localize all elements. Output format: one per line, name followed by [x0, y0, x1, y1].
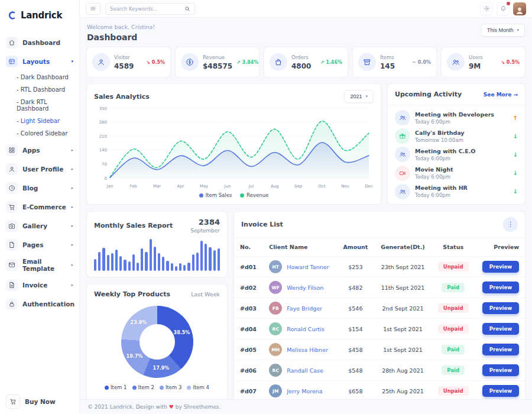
client-name-link[interactable]: Wendy Filson — [287, 284, 323, 291]
bar — [141, 248, 143, 271]
hamburger-menu-button[interactable] — [86, 3, 100, 15]
sidebar: Landrick Dashboard Layouts ▾ - Dark Dash… — [0, 0, 80, 414]
cart-icon — [6, 201, 18, 213]
user-icon — [6, 163, 18, 175]
invoice-number: #d07 — [234, 381, 263, 400]
client-name-link[interactable]: Melissa Hibner — [287, 347, 328, 353]
buy-now-button[interactable]: Buy Now — [0, 389, 79, 414]
preview-button[interactable]: Preview — [482, 302, 519, 314]
invoice-number: #d01 — [234, 257, 263, 277]
notifications-button[interactable] — [497, 2, 510, 15]
invoice-menu-button[interactable]: ⋮ — [503, 217, 518, 232]
client-name-link[interactable]: Faye Bridger — [287, 305, 322, 312]
weekly-top-products-panel: Weekly Top Products Last Week 38.5%17.9%… — [87, 284, 227, 399]
preview-button[interactable]: Preview — [482, 323, 519, 335]
person-icon — [515, 6, 524, 15]
sidebar-item-apps[interactable]: Apps ▸ — [0, 141, 79, 160]
bag-icon — [270, 53, 287, 71]
bar — [187, 263, 190, 271]
preview-button[interactable]: Preview — [482, 261, 519, 273]
sidebar-item-authentication[interactable]: Authentication ▸ — [0, 295, 79, 313]
sidebar-subitem-dark-rtl-dashboard[interactable]: - Dark RTL Dashboard — [0, 96, 79, 115]
activity-item[interactable]: Movie Night Today 6:00pm ↓ — [395, 166, 518, 181]
preview-button[interactable]: Preview — [482, 385, 519, 397]
svg-text:Mar: Mar — [153, 184, 161, 189]
bar — [115, 250, 118, 271]
sidebar-subitem-colored-sidebar[interactable]: - Colored Sidebar — [0, 127, 79, 140]
stat-card-revenue: Revenue $48575 ↗ 3.84% — [176, 47, 259, 77]
logo[interactable]: Landrick — [0, 0, 79, 31]
stat-card-users: Users 9M ↘ 0.5% — [442, 47, 525, 77]
greeting-text: Welcome back, Cristina! — [87, 24, 155, 30]
sidebar-item-pages[interactable]: Pages ▸ — [0, 235, 79, 254]
chevron-down-icon: ▾ — [517, 28, 519, 33]
bar — [111, 253, 113, 271]
stat-delta: ~ 0.0% — [412, 60, 431, 65]
sidebar-item-email-template[interactable]: Email Template ▸ — [0, 254, 79, 276]
sidebar-subitem-rtl-dashboard[interactable]: - RTL Dashboard — [0, 83, 79, 96]
dashboard-content: Welcome back, Cristina! Dashboard This M… — [80, 18, 532, 399]
client-avatar: MH — [269, 343, 282, 356]
chevron-right-icon: ▸ — [71, 263, 73, 267]
mail-icon — [6, 259, 18, 271]
client-name-link[interactable]: Jerry Morena — [287, 388, 322, 394]
sidebar-subitem-light-sidebar[interactable]: - Light Sidebar — [0, 115, 79, 127]
activity-item[interactable]: Meeting with C.E.O Today 6:00pm ↓ — [395, 147, 518, 162]
month-selector-dropdown[interactable]: This Month ▾ — [481, 24, 525, 37]
activity-item[interactable]: Meeting with Developers Today 6:00pm ↑ — [395, 110, 518, 125]
search-icon — [184, 6, 190, 12]
sidebar-subitem-dark-dashboard[interactable]: - Dark Dashboard — [0, 71, 79, 83]
layout-icon — [6, 56, 18, 67]
preview-button[interactable]: Preview — [482, 282, 519, 293]
client-name-link[interactable]: Ronald Curtis — [287, 326, 324, 332]
sidebar-item-dashboard[interactable]: Dashboard — [0, 33, 79, 52]
preview-button[interactable]: Preview — [482, 364, 519, 376]
see-more-link[interactable]: See More → — [484, 92, 518, 98]
stat-label: Users — [469, 54, 483, 60]
monthly-sales-period: September — [190, 228, 220, 234]
search-input[interactable] — [110, 6, 182, 12]
client-name-link[interactable]: Randall Case — [287, 367, 323, 374]
sidebar-item-layouts[interactable]: Layouts ▾ — [0, 52, 79, 71]
sidebar-item-label: Blog — [22, 185, 38, 192]
stat-value: 4589 — [114, 62, 134, 70]
sidebar-item-label: Gallery — [22, 222, 47, 229]
bar — [162, 257, 164, 271]
footer-credit: by Shreethemes. — [176, 404, 221, 410]
chevron-down-icon: ▾ — [71, 59, 73, 64]
year-selector-dropdown[interactable]: 2021 ▾ — [344, 90, 374, 103]
svg-text:Aug: Aug — [271, 184, 279, 189]
monthly-sales-title: Monthly Sales Report — [94, 222, 173, 229]
sidebar-item-gallery[interactable]: Gallery ▸ — [0, 216, 79, 235]
bar — [192, 254, 194, 271]
invoice-amount: $253 — [337, 257, 374, 277]
bar — [183, 265, 186, 271]
invoice-number: #d05 — [234, 339, 263, 360]
svg-text:70: 70 — [102, 162, 107, 167]
landrick-logo-icon — [7, 10, 18, 21]
submenu-layouts: - Dark Dashboard- RTL Dashboard- Dark RT… — [0, 71, 79, 141]
chevron-right-icon: ▸ — [71, 242, 73, 247]
sidebar-item-invoice[interactable]: Invoice ▸ — [0, 276, 79, 295]
users-icon — [447, 53, 465, 71]
activity-item[interactable]: Meeting with HR Today 6:00pm ↓ — [395, 184, 518, 199]
activity-list: Meeting with Developers Today 6:00pm ↑ C… — [388, 105, 525, 204]
invoice-list-panel: Invoice List ⋮ No.Client NameAmountGener… — [234, 212, 525, 399]
sidebar-item-e-commerce[interactable]: E-Commerce ▸ — [0, 198, 79, 216]
invoice-amount: $658 — [337, 381, 374, 400]
stat-delta: ↗ 3.84% — [236, 60, 258, 65]
sidebar-item-blog[interactable]: Blog ▸ — [0, 179, 79, 198]
svg-text:Oct: Oct — [318, 184, 325, 189]
month-selector-label: This Month — [487, 27, 514, 33]
legend-item: Item 4 — [187, 384, 209, 390]
sidebar-item-user-profile[interactable]: User Profile ▸ — [0, 160, 79, 179]
stat-label: Revenue — [203, 54, 232, 60]
activity-item[interactable]: Cally's Birthday Tomorrow 10:00am ↓ — [395, 128, 518, 144]
preview-button[interactable]: Preview — [482, 344, 519, 355]
client-name-link[interactable]: Howard Tanner — [287, 264, 329, 270]
client-avatar: RC — [269, 322, 282, 335]
legend-dot — [199, 193, 203, 198]
settings-button[interactable] — [480, 2, 493, 15]
user-avatar[interactable] — [513, 2, 526, 15]
vertical-dots-icon: ⋮ — [507, 221, 514, 228]
